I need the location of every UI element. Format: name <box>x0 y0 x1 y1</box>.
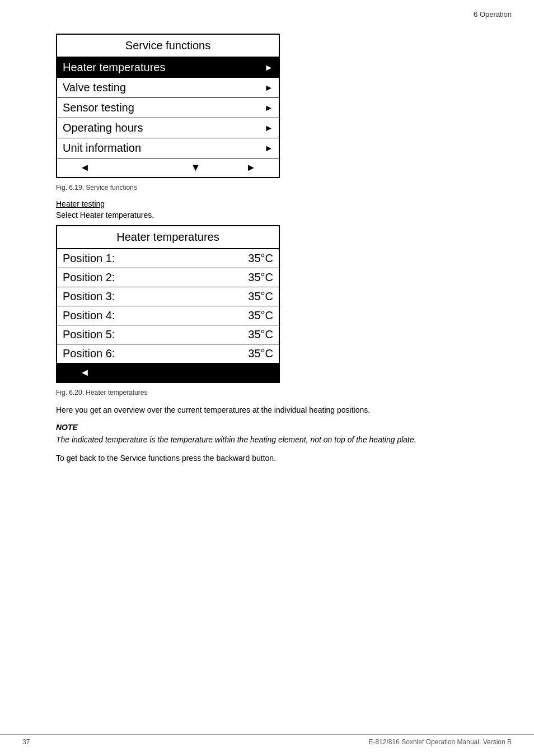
temp-value-2: 35°C <box>248 271 273 284</box>
note-text: The indicated temperature is the tempera… <box>56 434 500 446</box>
fig-caption-service: Fig. 6.19: Service functions <box>56 184 500 192</box>
menu-arrow-1: ► <box>264 83 273 93</box>
fig-caption-temp: Fig. 6.20: Heater temperatures <box>56 389 500 396</box>
content-area: Service functions Heater temperatures ► … <box>56 34 500 464</box>
temp-value-5: 35°C <box>248 328 273 341</box>
nav-down-btn[interactable]: ▼ <box>174 162 218 174</box>
menu-item-unit-information[interactable]: Unit information ► <box>57 138 279 158</box>
heater-temp-panel: Heater temperatures Position 1: 35°C Pos… <box>56 225 280 383</box>
note-block: NOTE The indicated temperature is the te… <box>56 423 500 446</box>
footer-page-number: 37 <box>22 738 30 746</box>
temp-row-5: Position 5: 35°C <box>57 325 279 344</box>
temp-value-6: 35°C <box>248 347 273 360</box>
service-menu-nav: ◄ ▼ ► <box>57 158 279 177</box>
temp-label-6: Position 6: <box>63 347 115 360</box>
temp-label-5: Position 5: <box>63 328 115 341</box>
temp-label-4: Position 4: <box>63 309 115 322</box>
temp-row-4: Position 4: 35°C <box>57 306 279 325</box>
menu-item-label-3: Operating hours <box>63 122 143 134</box>
temp-value-3: 35°C <box>248 290 273 303</box>
temp-nav: ◄ <box>57 363 279 382</box>
temp-nav-back[interactable]: ◄ <box>63 367 107 379</box>
service-menu-title: Service functions <box>57 35 279 58</box>
nav-back-btn[interactable]: ◄ <box>63 162 107 174</box>
temp-label-1: Position 1: <box>63 252 115 265</box>
note-label: NOTE <box>56 423 500 432</box>
nav-forward-btn[interactable]: ► <box>229 162 274 174</box>
header-label: 6 Operation <box>474 10 512 18</box>
temp-panel-title: Heater temperatures <box>57 226 279 249</box>
temp-row-1: Position 1: 35°C <box>57 249 279 268</box>
page-header: 6 Operation <box>474 10 512 18</box>
page-footer: 37 E-812/816 Soxhlet Operation Manual, V… <box>0 734 534 746</box>
temp-row-3: Position 3: 35°C <box>57 287 279 306</box>
menu-arrow-4: ► <box>264 143 273 153</box>
back-instruction: To get back to the Service functions pre… <box>56 452 500 464</box>
menu-arrow-0: ► <box>264 63 273 73</box>
temp-label-3: Position 3: <box>63 290 115 303</box>
footer-manual-title: E-812/816 Soxhlet Operation Manual, Vers… <box>369 738 512 746</box>
service-functions-panel: Service functions Heater temperatures ► … <box>56 34 280 178</box>
temp-label-2: Position 2: <box>63 271 115 284</box>
menu-item-label-2: Sensor testing <box>63 101 134 114</box>
temp-value-1: 35°C <box>248 252 273 265</box>
menu-item-label-4: Unit information <box>63 142 141 155</box>
heater-testing-link[interactable]: Heater testing <box>56 199 500 208</box>
menu-item-label-1: Valve testing <box>63 81 126 94</box>
temp-row-6: Position 6: 35°C <box>57 344 279 363</box>
menu-item-heater-temperatures[interactable]: Heater temperatures ► <box>57 58 279 78</box>
description-text: Here you get an overview over the curren… <box>56 404 500 416</box>
menu-item-label-0: Heater temperatures <box>63 61 165 74</box>
menu-item-valve-testing[interactable]: Valve testing ► <box>57 78 279 98</box>
menu-item-sensor-testing[interactable]: Sensor testing ► <box>57 98 279 118</box>
menu-arrow-3: ► <box>264 123 273 133</box>
select-instruction: Select Heater temperatures. <box>56 211 500 220</box>
temp-row-2: Position 2: 35°C <box>57 268 279 287</box>
temp-value-4: 35°C <box>248 309 273 322</box>
menu-arrow-2: ► <box>264 103 273 113</box>
menu-item-operating-hours[interactable]: Operating hours ► <box>57 118 279 138</box>
